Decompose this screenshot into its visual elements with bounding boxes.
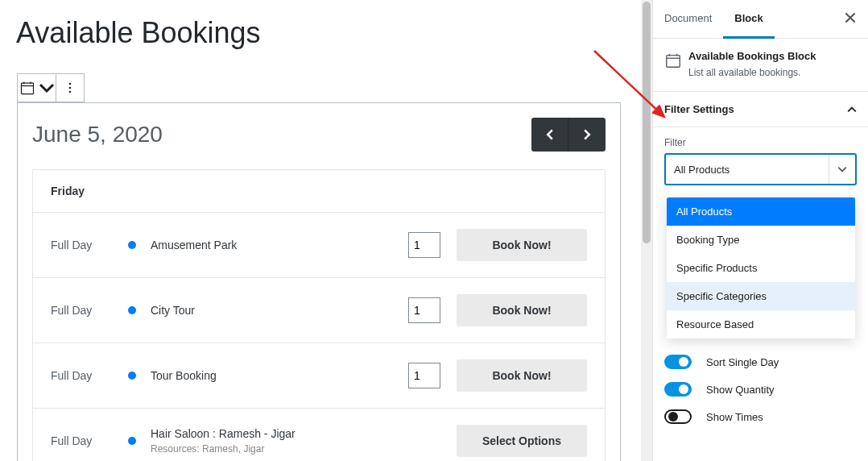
booking-time: Full Day: [51, 369, 128, 382]
booking-time: Full Day: [51, 434, 128, 447]
toggle-row: Show Quantity: [653, 376, 868, 403]
panel-filter-settings-header[interactable]: Filter Settings: [653, 92, 868, 127]
toggle-row: Sort Single Day: [653, 348, 868, 376]
svg-rect-0: [21, 83, 33, 93]
toggle-switch[interactable]: [664, 382, 692, 397]
current-date: June 5, 2020: [32, 122, 163, 147]
toggle-switch[interactable]: [664, 355, 692, 369]
dropdown-option[interactable]: Booking Type: [667, 226, 855, 254]
block-description: List all available bookings.: [688, 67, 816, 78]
filter-select[interactable]: All Products: [664, 153, 857, 185]
close-icon: [845, 12, 856, 23]
svg-point-4: [69, 83, 72, 85]
booking-row: Full DayCity TourBook Now!: [33, 278, 605, 343]
panel-filter-settings-body: Filter All Products: [653, 127, 868, 195]
scrollbar[interactable]: [641, 0, 652, 461]
chevron-down-icon: [39, 80, 55, 96]
page-title: Available Bookings: [16, 16, 641, 50]
toggle-label: Show Quantity: [706, 384, 775, 396]
block-toolbar: [17, 73, 640, 102]
dropdown-option[interactable]: All Products: [667, 197, 855, 226]
block-type-button[interactable]: [17, 73, 56, 102]
tab-block[interactable]: Block: [723, 0, 774, 39]
booking-title: Tour Booking: [151, 369, 408, 382]
booking-row: Full DayHair Saloon : Ramesh - JigarReso…: [33, 409, 605, 461]
book-button[interactable]: Book Now!: [457, 229, 587, 261]
block-container: June 5, 2020 Friday Full DayAmusement Pa…: [16, 73, 641, 461]
svg-point-6: [69, 91, 72, 93]
quantity-input[interactable]: [408, 232, 440, 258]
panel-title: Filter Settings: [664, 103, 734, 115]
dots-vertical-icon: [62, 80, 78, 96]
quantity-input[interactable]: [408, 363, 440, 388]
date-nav-group: [531, 118, 606, 152]
filter-dropdown: All ProductsBooking TypeSpecific Product…: [667, 197, 855, 338]
filter-label: Filter: [664, 137, 857, 148]
chevron-up-icon: [847, 105, 857, 114]
toggle-switch[interactable]: [664, 409, 692, 424]
book-button[interactable]: Book Now!: [457, 359, 587, 392]
book-button[interactable]: Select Options: [457, 425, 587, 457]
block-body: June 5, 2020 Friday Full DayAmusement Pa…: [17, 102, 621, 461]
booking-title: Amusement Park: [151, 239, 408, 251]
day-header: Friday: [33, 170, 605, 213]
toggle-label: Sort Single Day: [706, 356, 779, 368]
tab-document[interactable]: Document: [653, 0, 723, 39]
dropdown-option[interactable]: Specific Categories: [667, 282, 855, 310]
dropdown-option[interactable]: Resource Based: [667, 310, 855, 338]
sidebar-tabs: Document Block: [653, 0, 868, 39]
booking-time: Full Day: [51, 304, 128, 317]
book-button[interactable]: Book Now!: [457, 294, 587, 326]
close-sidebar-button[interactable]: [833, 12, 868, 27]
status-dot: [128, 238, 151, 252]
scrollbar-thumb[interactable]: [643, 2, 651, 243]
booking-title: Hair Saloon : Ramesh - JigarResources: R…: [151, 427, 408, 455]
status-dot: [128, 434, 151, 448]
calendar-icon: [664, 50, 688, 78]
booking-time: Full Day: [51, 239, 128, 251]
chevron-left-icon: [544, 129, 556, 140]
calendar-icon: [19, 80, 35, 96]
chevron-down-icon: [829, 155, 847, 184]
dropdown-option[interactable]: Specific Products: [667, 254, 855, 282]
block-info-card: Available Bookings Block List all availa…: [653, 39, 868, 92]
booking-title: City Tour: [151, 304, 408, 317]
booking-row: Full DayTour BookingBook Now!: [33, 343, 605, 409]
more-options-button[interactable]: [56, 73, 85, 102]
prev-day-button[interactable]: [531, 118, 568, 152]
filter-selected-value: All Products: [674, 164, 730, 176]
toggle-label: Show Times: [706, 411, 763, 423]
chevron-right-icon: [581, 129, 593, 140]
status-dot: [128, 303, 151, 318]
day-card: Friday Full DayAmusement ParkBook Now!Fu…: [32, 169, 606, 461]
editor-main: Available Bookings June 5, 2020: [0, 0, 641, 461]
booking-row: Full DayAmusement ParkBook Now!: [33, 213, 605, 278]
status-dot: [128, 368, 151, 383]
svg-point-5: [69, 87, 72, 89]
svg-rect-7: [667, 56, 680, 68]
toggle-row: Show Times: [653, 403, 868, 430]
quantity-input[interactable]: [408, 297, 440, 323]
booking-subtitle: Resources: Ramesh, Jigar: [151, 443, 408, 455]
next-day-button[interactable]: [568, 118, 606, 152]
date-nav-row: June 5, 2020: [32, 118, 606, 152]
block-name: Available Bookings Block: [688, 50, 816, 62]
